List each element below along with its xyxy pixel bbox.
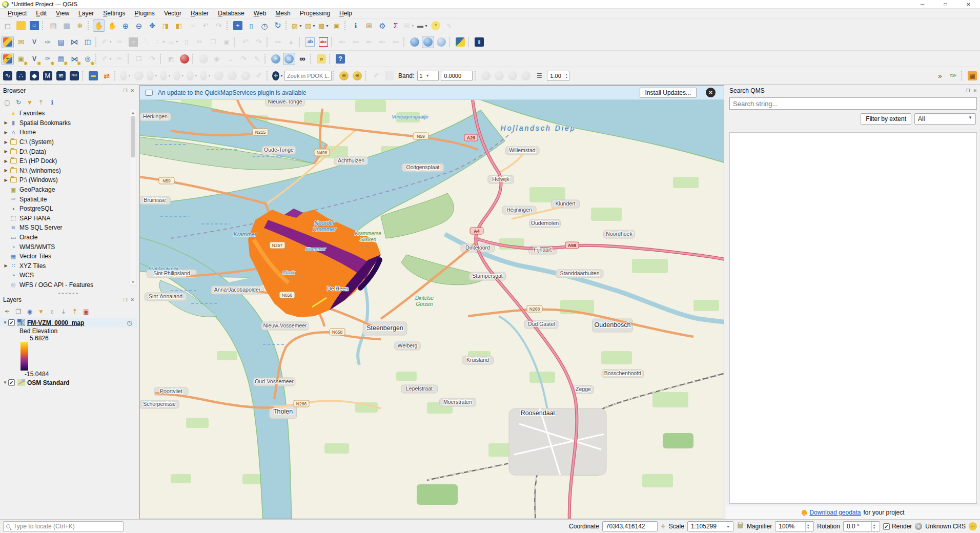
properties-info-icon[interactable]: ℹ — [47, 97, 57, 108]
identify-features-icon[interactable]: ℹ — [350, 19, 362, 32]
new-spatialite-layer-icon[interactable]: ✑✱ — [42, 53, 54, 65]
install-updates-button[interactable]: Install Updates... — [640, 88, 697, 98]
qms-float-icon[interactable]: ❐ — [966, 88, 970, 93]
processing-toolbox-icon[interactable]: ⚙ — [376, 19, 389, 32]
new-spatial-bookmark-icon[interactable]: + — [232, 19, 244, 32]
layer-checkbox[interactable]: ✓ — [8, 379, 15, 386]
menu-settings[interactable]: Settings — [98, 9, 130, 18]
add-mesh-layer-icon[interactable]: ⋈ — [68, 36, 80, 48]
layer-row-mesh[interactable]: ▼ ✓ FM-VZM_0000_map ◷ — [0, 318, 137, 327]
browser-item-vector-tiles[interactable]: ▦Vector Tiles — [0, 252, 137, 261]
browser-item-favorites[interactable]: ★Favorites — [0, 109, 137, 118]
browser-item-xyz-tiles[interactable]: ▶∷XYZ Tiles — [0, 261, 137, 271]
add-spatialite-layer-icon[interactable]: ✑ — [42, 36, 54, 48]
open-project-icon[interactable] — [15, 19, 27, 32]
refresh-browser-icon[interactable]: ↻ — [13, 97, 24, 108]
browser-item-e-hp-dock-[interactable]: ▶E:\ (HP Dock) — [0, 156, 137, 166]
manage-map-themes-icon[interactable]: ◉ — [25, 306, 35, 317]
layer-checkbox[interactable]: ✓ — [8, 319, 15, 326]
deselect-all-icon[interactable]: ▣ — [331, 19, 343, 32]
filter-legend-icon[interactable]: ▼ — [36, 306, 46, 317]
service-type-combo[interactable]: All▼ — [914, 113, 976, 125]
browser-item-oracle[interactable]: ▭Oracle — [0, 233, 137, 242]
pan-map-icon[interactable]: ✋ — [93, 19, 105, 32]
browser-item-ms-sql-server[interactable]: ≋MS SQL Server — [0, 223, 137, 233]
magnifier-spin[interactable]: 100%▲▼ — [775, 521, 814, 531]
add-group-icon[interactable]: ❐ — [13, 306, 24, 317]
qms-settings-icon[interactable] — [435, 36, 447, 48]
browser-item-spatial-bookmarks[interactable]: ▶▮Spatial Bookmarks — [0, 118, 137, 128]
layers-float-icon[interactable]: ❐ — [123, 297, 127, 302]
filter-by-expression-icon[interactable]: ε — [47, 306, 57, 317]
browser-item-c-system-[interactable]: ▶C:\ (System) — [0, 137, 137, 147]
notification-close-icon[interactable]: ✕ — [706, 88, 716, 97]
new-virtual-layer-icon[interactable]: ◎✱ — [81, 53, 94, 65]
menu-mesh[interactable]: Mesh — [271, 9, 295, 18]
locator-input[interactable]: Type to locate (Ctrl+K) — [3, 521, 124, 531]
close-button[interactable]: ✕ — [957, 0, 980, 8]
zoom-in-icon[interactable]: ⊕ — [119, 19, 132, 32]
browser-item-p-windows-[interactable]: ▶P:\ (Windows) — [0, 175, 137, 185]
new-project-icon[interactable]: ▢ — [2, 19, 14, 32]
qms-close-icon[interactable]: ✕ — [973, 88, 977, 93]
menu-processing[interactable]: Processing — [295, 9, 335, 18]
add-vector-layer-icon[interactable]: V — [28, 36, 40, 48]
filter-by-extent-button[interactable]: Filter by extent — [861, 113, 911, 125]
qms-add-service-icon[interactable]: ✚ — [270, 53, 282, 65]
add-wms-layer-icon[interactable]: ✉ — [15, 36, 27, 48]
map-canvas[interactable]: NumansdorpDen BommelNieuwe-TongeHerkinge… — [139, 85, 724, 519]
temporal-controller-icon[interactable]: ◷ — [258, 19, 271, 32]
lock-scale-icon[interactable] — [738, 524, 743, 528]
select-by-form-icon[interactable]: ▧▼ — [304, 19, 316, 32]
browser-float-icon[interactable]: ❐ — [123, 88, 127, 93]
menu-web[interactable]: Web — [249, 9, 271, 18]
zoom-full-icon[interactable]: ✥ — [146, 19, 158, 32]
coordinate-input[interactable]: 70343,416142 — [602, 521, 658, 531]
gps-information-icon[interactable] — [178, 53, 191, 65]
show-layout-manager-icon[interactable]: ▥ — [60, 19, 73, 32]
refresh-map-icon[interactable]: ↻ — [272, 19, 284, 32]
menu-edit[interactable]: Edit — [31, 9, 51, 18]
menu-plugins[interactable]: Plugins — [130, 9, 159, 18]
menu-database[interactable]: Database — [213, 9, 249, 18]
new-layer-menu-icon[interactable]: + — [2, 53, 14, 65]
collapse-all-icon[interactable]: ⤒ — [70, 306, 80, 317]
browser-item-d-data-[interactable]: ▶D:\ (Data) — [0, 147, 137, 156]
minimize-button[interactable]: ─ — [911, 0, 934, 8]
zoom-to-layer-icon[interactable]: ◨ — [159, 19, 172, 32]
new-shapefile-layer-icon[interactable]: V✱ — [28, 53, 40, 65]
filter-browser-icon[interactable]: ▼ — [25, 97, 35, 108]
qms-geocoding-icon[interactable] — [409, 36, 421, 48]
browser-scrollbar[interactable]: ▲ ▼ — [130, 109, 136, 286]
browser-item-wfs-ogc-api-features[interactable]: ◎WFS / OGC API - Features — [0, 280, 137, 290]
qms-results-list[interactable] — [729, 132, 977, 504]
layer-expander-icon[interactable]: ▼ — [2, 320, 8, 325]
quickmapservices-icon[interactable] — [422, 36, 434, 48]
qms-search-panel-icon[interactable]: ◎ — [283, 53, 295, 65]
export-service-icon[interactable]: » — [315, 53, 328, 65]
layer-expander-icon[interactable]: ▼ — [2, 380, 8, 385]
osm-place-search-icon[interactable]: ▮ — [473, 36, 485, 48]
pan-to-selection-icon[interactable]: ✋ — [106, 19, 118, 32]
zoom-out-icon[interactable]: ⊖ — [133, 19, 145, 32]
select-features-icon[interactable]: ▨▼ — [291, 19, 303, 32]
measure-icon[interactable]: ▬▼ — [416, 19, 428, 32]
add-virtual-layer-icon[interactable]: ◫ — [81, 36, 94, 48]
deselect-features-icon[interactable]: ▩▼ — [317, 19, 330, 32]
statistical-summary-icon[interactable]: Σ — [390, 19, 402, 32]
extents-icon[interactable]: ✛ — [661, 523, 666, 530]
browser-item-wms-wmts[interactable]: ◔WMS/WMTS — [0, 242, 137, 252]
browser-item-sap-hana[interactable]: ⬚SAP HANA — [0, 214, 137, 223]
collapse-all-icon[interactable]: ⤒ — [36, 97, 46, 108]
add-raster-layer-icon[interactable]: ▤ — [55, 36, 67, 48]
style-manager-icon[interactable]: ✻ — [74, 19, 86, 32]
menu-help[interactable]: Help — [335, 9, 357, 18]
open-layer-styling-icon[interactable]: ✒ — [2, 306, 12, 317]
browser-item-postgresql[interactable]: ◖PostgreSQL — [0, 204, 137, 214]
rotation-spin[interactable]: 0.0 °▲▼ — [843, 521, 880, 531]
scale-combo[interactable]: 1:105299▼ — [687, 521, 733, 531]
expand-all-icon[interactable]: ⤓ — [58, 306, 69, 317]
messages-icon[interactable]: ⋯ — [969, 522, 977, 530]
save-project-icon[interactable]: ▭ — [28, 19, 40, 32]
open-attribute-table-icon[interactable]: ⊞ — [363, 19, 375, 32]
